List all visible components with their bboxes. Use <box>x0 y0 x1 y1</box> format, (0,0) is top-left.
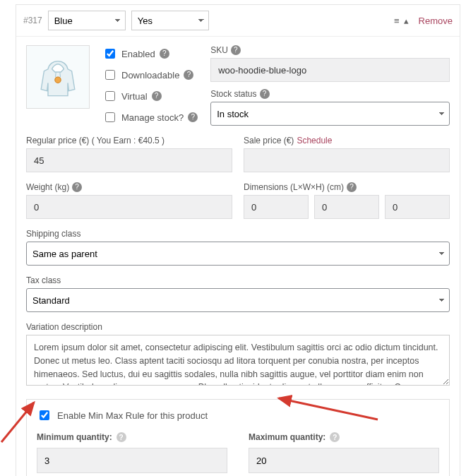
downloadable-checkbox[interactable]: Downloadable ? <box>102 68 198 82</box>
help-icon[interactable]: ? <box>160 49 169 59</box>
help-icon[interactable]: ? <box>72 182 82 192</box>
enable-minmax-checkbox[interactable]: Enable Min Max Rule for this product <box>37 408 439 422</box>
schedule-link[interactable]: Schedule <box>297 136 332 145</box>
help-icon[interactable]: ? <box>188 112 198 122</box>
regular-price-input[interactable] <box>26 148 232 172</box>
manage-stock-checkbox[interactable]: Manage stock? ? <box>102 110 198 124</box>
attribute-logo-select[interactable]: Yes <box>131 11 209 30</box>
variation-header: #317 Blue Yes ≡ ▴ Remove <box>16 5 460 37</box>
weight-label: Weight (kg) ? <box>26 182 232 192</box>
sale-price-input[interactable] <box>244 148 450 172</box>
sku-label: SKU ? <box>210 45 450 55</box>
height-input[interactable] <box>385 195 450 219</box>
help-icon[interactable]: ? <box>231 45 241 55</box>
help-icon[interactable]: ? <box>260 89 270 99</box>
weight-input[interactable] <box>26 195 232 219</box>
shipping-class-select[interactable]: Same as parent <box>26 242 450 266</box>
svg-line-2 <box>60 72 61 77</box>
length-input[interactable] <box>244 195 309 219</box>
min-quantity-label: Minimum quantity: ? <box>37 432 227 442</box>
help-icon[interactable]: ? <box>116 432 126 442</box>
help-icon[interactable]: ? <box>152 91 162 101</box>
remove-variation-link[interactable]: Remove <box>419 16 453 26</box>
variation-image[interactable] <box>26 45 90 109</box>
variation-id: #317 <box>23 16 42 25</box>
help-icon[interactable]: ? <box>184 70 193 80</box>
shipping-class-label: Shipping class <box>26 229 450 239</box>
attribute-color-select[interactable]: Blue <box>48 11 126 30</box>
tax-class-select[interactable]: Standard <box>26 288 450 312</box>
sku-input[interactable] <box>210 58 450 82</box>
tax-class-label: Tax class <box>26 275 450 285</box>
stock-status-select[interactable]: In stock <box>210 102 450 126</box>
max-quantity-label: Maximum quantity: ? <box>249 432 439 442</box>
help-icon[interactable]: ? <box>347 182 357 192</box>
max-quantity-input[interactable] <box>249 448 439 473</box>
variation-toggles: Enabled ? Downloadable ? Virtual ? Manag… <box>102 45 198 126</box>
virtual-checkbox[interactable]: Virtual ? <box>102 89 198 103</box>
min-max-panel: Enable Min Max Rule for this product Min… <box>26 399 450 476</box>
svg-line-1 <box>56 72 56 77</box>
min-quantity-input[interactable] <box>37 448 227 473</box>
svg-point-0 <box>55 77 61 83</box>
sale-price-label: Sale price (€) Schedule <box>244 136 450 145</box>
collapse-icon[interactable]: ▴ <box>404 16 409 26</box>
width-input[interactable] <box>314 195 379 219</box>
menu-icon[interactable]: ≡ <box>394 16 400 26</box>
regular-price-label: Regular price (€) ( You Earn : €40.5 ) <box>26 136 232 145</box>
stock-status-label: Stock status ? <box>210 89 450 99</box>
help-icon[interactable]: ? <box>330 432 340 442</box>
dimensions-label: Dimensions (L×W×H) (cm) ? <box>244 182 450 192</box>
enabled-checkbox[interactable]: Enabled ? <box>102 47 198 61</box>
variation-description-textarea[interactable] <box>26 335 450 386</box>
variation-description-label: Variation description <box>26 322 450 332</box>
